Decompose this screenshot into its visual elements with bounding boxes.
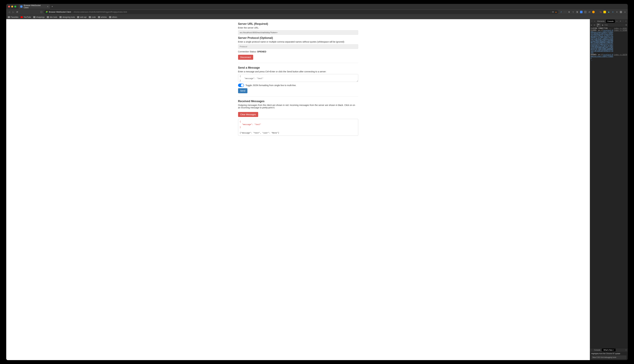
reload-button[interactable]: ⟳	[16, 10, 19, 14]
bookmark-articles[interactable]: articles	[98, 16, 107, 18]
bookmarks-bar: Favorites YouTube shoppings dev tools de…	[6, 15, 227, 19]
bookmark-icon[interactable]: ☐	[40, 10, 43, 14]
browser-tabbar: Browser WebSocket Client × +	[6, 4, 227, 9]
close-window-button[interactable]	[8, 6, 10, 8]
minimize-window-button[interactable]	[11, 6, 13, 8]
address-toolbar: ◁ ▷ ⟳ ☐ 🧩 Browser WebSocket Client | chr…	[6, 9, 227, 15]
page-content: Server URL (Required) Enter the server U…	[6, 19, 227, 130]
bookmark-others[interactable]: others	[109, 16, 117, 18]
bookmark-webapi[interactable]: web api	[77, 16, 86, 18]
forward-button[interactable]: ▷	[12, 10, 15, 14]
address-bar[interactable]: 🧩 Browser WebSocket Client | chrome-exte…	[44, 10, 227, 14]
bookmark-youtube[interactable]: YouTube	[20, 16, 31, 18]
tab-favicon	[20, 6, 22, 8]
back-button[interactable]: ◁	[8, 10, 10, 14]
bookmark-code[interactable]: code	[89, 16, 96, 18]
bookmark-designing[interactable]: designing tools	[60, 16, 75, 18]
maximize-window-button[interactable]	[14, 6, 16, 8]
bookmark-favorites[interactable]: Favorites	[8, 16, 18, 18]
close-tab-icon[interactable]: ×	[47, 5, 48, 8]
bookmark-shoppings[interactable]: shoppings	[33, 16, 45, 18]
browser-tab[interactable]: Browser WebSocket Client ×	[19, 4, 50, 9]
tab-title: Browser WebSocket Client	[24, 4, 46, 9]
new-tab-button[interactable]: +	[52, 5, 53, 8]
extension-icon: 🧩	[46, 11, 48, 13]
bookmark-devtools[interactable]: dev tools	[47, 16, 57, 18]
window-controls	[8, 6, 16, 8]
address-url: chrome-extension://mdmlhchldhfnfnkfmijge…	[74, 11, 127, 13]
address-ext-name: Browser WebSocket Client	[49, 11, 71, 13]
